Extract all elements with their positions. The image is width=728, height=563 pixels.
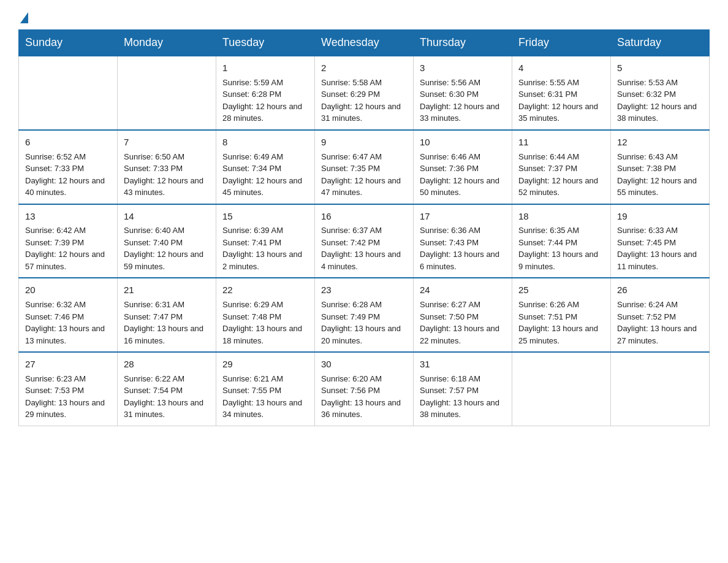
calendar-week-row: 1Sunrise: 5:59 AM Sunset: 6:28 PM Daylig…: [19, 56, 710, 130]
day-info: Sunrise: 5:59 AM Sunset: 6:28 PM Dayligh…: [222, 77, 308, 124]
calendar-header-row: SundayMondayTuesdayWednesdayThursdayFrid…: [19, 30, 710, 56]
logo-triangle-icon: [20, 12, 28, 23]
day-number: 4: [518, 61, 604, 75]
day-number: 23: [321, 283, 407, 297]
calendar-day-header: Tuesday: [216, 30, 315, 56]
day-number: 11: [518, 136, 604, 149]
calendar-day-cell: 4Sunrise: 5:55 AM Sunset: 6:31 PM Daylig…: [512, 56, 611, 130]
day-info: Sunrise: 6:46 AM Sunset: 7:36 PM Dayligh…: [420, 151, 506, 199]
day-info: Sunrise: 6:47 AM Sunset: 7:35 PM Dayligh…: [321, 151, 407, 199]
day-info: Sunrise: 6:40 AM Sunset: 7:40 PM Dayligh…: [124, 224, 210, 272]
calendar-week-row: 20Sunrise: 6:32 AM Sunset: 7:46 PM Dayli…: [19, 278, 710, 352]
day-info: Sunrise: 6:26 AM Sunset: 7:51 PM Dayligh…: [518, 299, 604, 347]
calendar-day-cell: 22Sunrise: 6:29 AM Sunset: 7:48 PM Dayli…: [216, 278, 315, 352]
day-number: 22: [222, 283, 308, 297]
day-number: 30: [321, 358, 407, 371]
calendar-day-cell: 27Sunrise: 6:23 AM Sunset: 7:53 PM Dayli…: [19, 352, 118, 426]
day-number: 13: [25, 210, 111, 223]
logo: [18, 12, 28, 23]
calendar-day-cell: [118, 56, 216, 130]
calendar-day-cell: 7Sunrise: 6:50 AM Sunset: 7:33 PM Daylig…: [118, 130, 216, 204]
calendar-day-cell: 30Sunrise: 6:20 AM Sunset: 7:56 PM Dayli…: [315, 352, 414, 426]
day-number: 25: [518, 283, 604, 297]
day-number: 20: [25, 283, 111, 297]
calendar-day-cell: 16Sunrise: 6:37 AM Sunset: 7:42 PM Dayli…: [315, 204, 414, 278]
day-info: Sunrise: 6:28 AM Sunset: 7:49 PM Dayligh…: [321, 299, 407, 347]
day-info: Sunrise: 6:39 AM Sunset: 7:41 PM Dayligh…: [222, 224, 308, 272]
calendar-day-cell: 15Sunrise: 6:39 AM Sunset: 7:41 PM Dayli…: [216, 204, 315, 278]
day-number: 12: [617, 136, 703, 149]
day-info: Sunrise: 6:43 AM Sunset: 7:38 PM Dayligh…: [617, 151, 703, 199]
day-info: Sunrise: 6:22 AM Sunset: 7:54 PM Dayligh…: [124, 373, 210, 421]
day-number: 1: [222, 61, 308, 75]
day-info: Sunrise: 6:18 AM Sunset: 7:57 PM Dayligh…: [420, 373, 506, 421]
day-number: 24: [420, 283, 506, 297]
day-number: 28: [124, 358, 210, 371]
day-number: 31: [420, 358, 506, 371]
day-number: 18: [518, 210, 604, 223]
calendar-day-cell: 24Sunrise: 6:27 AM Sunset: 7:50 PM Dayli…: [414, 278, 512, 352]
day-number: 16: [321, 210, 407, 223]
day-number: 8: [222, 136, 308, 149]
day-info: Sunrise: 6:37 AM Sunset: 7:42 PM Dayligh…: [321, 224, 407, 272]
calendar-day-cell: 20Sunrise: 6:32 AM Sunset: 7:46 PM Dayli…: [19, 278, 118, 352]
calendar-day-header: Wednesday: [315, 30, 414, 56]
day-info: Sunrise: 6:42 AM Sunset: 7:39 PM Dayligh…: [25, 224, 111, 272]
day-info: Sunrise: 6:29 AM Sunset: 7:48 PM Dayligh…: [222, 299, 308, 347]
calendar-day-header: Friday: [512, 30, 611, 56]
calendar-day-cell: 28Sunrise: 6:22 AM Sunset: 7:54 PM Dayli…: [118, 352, 216, 426]
calendar-day-cell: 19Sunrise: 6:33 AM Sunset: 7:45 PM Dayli…: [611, 204, 710, 278]
calendar-day-cell: 14Sunrise: 6:40 AM Sunset: 7:40 PM Dayli…: [118, 204, 216, 278]
calendar-day-cell: 10Sunrise: 6:46 AM Sunset: 7:36 PM Dayli…: [414, 130, 512, 204]
calendar-week-row: 27Sunrise: 6:23 AM Sunset: 7:53 PM Dayli…: [19, 352, 710, 426]
day-info: Sunrise: 6:24 AM Sunset: 7:52 PM Dayligh…: [617, 299, 703, 347]
calendar-day-cell: [512, 352, 611, 426]
calendar-day-cell: 29Sunrise: 6:21 AM Sunset: 7:55 PM Dayli…: [216, 352, 315, 426]
day-info: Sunrise: 5:55 AM Sunset: 6:31 PM Dayligh…: [518, 77, 604, 124]
calendar-week-row: 6Sunrise: 6:52 AM Sunset: 7:33 PM Daylig…: [19, 130, 710, 204]
day-number: 10: [420, 136, 506, 149]
day-number: 29: [222, 358, 308, 371]
day-info: Sunrise: 6:32 AM Sunset: 7:46 PM Dayligh…: [25, 299, 111, 347]
day-info: Sunrise: 5:56 AM Sunset: 6:30 PM Dayligh…: [420, 77, 506, 124]
day-number: 5: [617, 61, 703, 75]
calendar-day-cell: 23Sunrise: 6:28 AM Sunset: 7:49 PM Dayli…: [315, 278, 414, 352]
day-info: Sunrise: 6:49 AM Sunset: 7:34 PM Dayligh…: [222, 151, 308, 199]
day-info: Sunrise: 5:58 AM Sunset: 6:29 PM Dayligh…: [321, 77, 407, 124]
calendar-day-cell: 31Sunrise: 6:18 AM Sunset: 7:57 PM Dayli…: [414, 352, 512, 426]
day-number: 17: [420, 210, 506, 223]
calendar-day-cell: 12Sunrise: 6:43 AM Sunset: 7:38 PM Dayli…: [611, 130, 710, 204]
day-info: Sunrise: 6:27 AM Sunset: 7:50 PM Dayligh…: [420, 299, 506, 347]
calendar-day-header: Thursday: [414, 30, 512, 56]
calendar-day-header: Monday: [118, 30, 216, 56]
day-info: Sunrise: 6:23 AM Sunset: 7:53 PM Dayligh…: [25, 373, 111, 421]
day-number: 14: [124, 210, 210, 223]
calendar-day-cell: 18Sunrise: 6:35 AM Sunset: 7:44 PM Dayli…: [512, 204, 611, 278]
day-info: Sunrise: 6:50 AM Sunset: 7:33 PM Dayligh…: [124, 151, 210, 199]
day-info: Sunrise: 6:35 AM Sunset: 7:44 PM Dayligh…: [518, 224, 604, 272]
day-number: 21: [124, 283, 210, 297]
calendar-day-cell: 26Sunrise: 6:24 AM Sunset: 7:52 PM Dayli…: [611, 278, 710, 352]
calendar-day-cell: 9Sunrise: 6:47 AM Sunset: 7:35 PM Daylig…: [315, 130, 414, 204]
calendar-table: SundayMondayTuesdayWednesdayThursdayFrid…: [18, 29, 710, 426]
calendar-day-cell: 17Sunrise: 6:36 AM Sunset: 7:43 PM Dayli…: [414, 204, 512, 278]
calendar-day-cell: [611, 352, 710, 426]
day-info: Sunrise: 6:21 AM Sunset: 7:55 PM Dayligh…: [222, 373, 308, 421]
calendar-day-cell: 6Sunrise: 6:52 AM Sunset: 7:33 PM Daylig…: [19, 130, 118, 204]
calendar-day-cell: 11Sunrise: 6:44 AM Sunset: 7:37 PM Dayli…: [512, 130, 611, 204]
day-info: Sunrise: 6:33 AM Sunset: 7:45 PM Dayligh…: [617, 224, 703, 272]
day-number: 19: [617, 210, 703, 223]
day-info: Sunrise: 6:36 AM Sunset: 7:43 PM Dayligh…: [420, 224, 506, 272]
day-number: 15: [222, 210, 308, 223]
calendar-day-header: Saturday: [611, 30, 710, 56]
day-info: Sunrise: 5:53 AM Sunset: 6:32 PM Dayligh…: [617, 77, 703, 124]
day-info: Sunrise: 6:20 AM Sunset: 7:56 PM Dayligh…: [321, 373, 407, 421]
day-number: 9: [321, 136, 407, 149]
day-number: 6: [25, 136, 111, 149]
day-number: 7: [124, 136, 210, 149]
day-number: 3: [420, 61, 506, 75]
day-info: Sunrise: 6:52 AM Sunset: 7:33 PM Dayligh…: [25, 151, 111, 199]
calendar-day-cell: 13Sunrise: 6:42 AM Sunset: 7:39 PM Dayli…: [19, 204, 118, 278]
calendar-day-cell: 25Sunrise: 6:26 AM Sunset: 7:51 PM Dayli…: [512, 278, 611, 352]
day-number: 2: [321, 61, 407, 75]
